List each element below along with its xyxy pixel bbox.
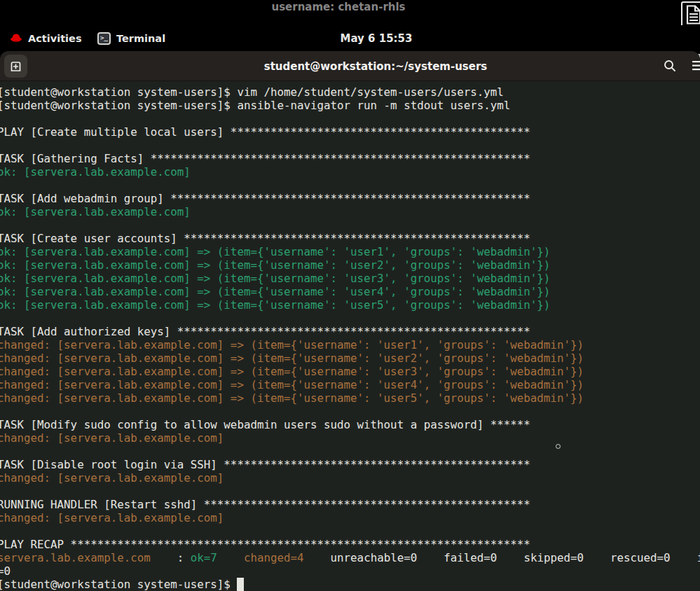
- terminal-line: ok: [servera.lab.example.com] => (item={…: [0, 285, 700, 298]
- focused-app-indicator[interactable]: >_ Terminal: [97, 25, 165, 51]
- hamburger-menu-button[interactable]: [692, 61, 700, 72]
- terminal-line: [0, 312, 700, 325]
- terminal-line: ok: [servera.lab.example.com] => (item={…: [0, 272, 700, 285]
- terminal-line: [0, 179, 700, 192]
- terminal-line: ok: [servera.lab.example.com] => (item={…: [0, 245, 700, 258]
- terminal-title: student@workstation:~/system-users: [264, 51, 488, 81]
- terminal-line: ok: [servera.lab.example.com] => (item={…: [0, 258, 700, 272]
- new-tab-icon: [9, 60, 22, 73]
- notes-button[interactable]: [681, 1, 700, 27]
- app-indicator-label: Terminal: [116, 33, 165, 44]
- terminal-line: [0, 112, 700, 125]
- terminal-line: [student@workstation system-users]$ vim …: [0, 85, 700, 99]
- terminal-line: [0, 218, 700, 232]
- lab-username-label: username: chetan-rhls: [271, 0, 405, 14]
- terminal-line: changed: [servera.lab.example.com] => (i…: [0, 365, 700, 378]
- terminal-line: changed: [servera.lab.example.com] => (i…: [0, 378, 700, 391]
- terminal-line: TASK [Disable root login via SSH] ******…: [0, 458, 700, 471]
- terminal-line: ok: [servera.lab.example.com] => (item={…: [0, 298, 700, 312]
- terminal-line: ok: [servera.lab.example.com]: [0, 205, 700, 218]
- terminal-line: [0, 524, 700, 538]
- terminal-line: servera.lab.example.com : ok=7 changed=4…: [0, 551, 700, 564]
- search-icon: [662, 58, 678, 74]
- terminal-output[interactable]: [student@workstation system-users]$ vim …: [0, 85, 700, 591]
- terminal-line: TASK [Modify sudo config to allow webadm…: [0, 418, 700, 431]
- terminal-headerbar: student@workstation:~/system-users: [0, 51, 700, 81]
- search-button[interactable]: [660, 57, 680, 76]
- activities-label: Activities: [28, 33, 82, 44]
- terminal-line: [student@workstation system-users]$: [0, 578, 700, 591]
- terminal-line: TASK [Add authorized keys] *************…: [0, 325, 700, 338]
- terminal-app-icon: >_: [97, 32, 111, 45]
- terminal-line: changed: [servera.lab.example.com] => (i…: [0, 391, 700, 405]
- document-icon: [686, 5, 700, 25]
- terminal-line: PLAY RECAP *****************************…: [0, 538, 700, 551]
- terminal-line: TASK [Create user accounts] ************…: [0, 232, 700, 245]
- lab-top-bar: username: chetan-rhls: [0, 0, 700, 25]
- terminal-line: [0, 139, 700, 152]
- redhat-logo-icon: [10, 33, 22, 43]
- terminal-line: [0, 485, 700, 498]
- terminal-line: ok: [servera.lab.example.com]: [0, 165, 700, 179]
- terminal-line: changed: [servera.lab.example.com]: [0, 511, 700, 524]
- terminal-line: changed: [servera.lab.example.com]: [0, 471, 700, 485]
- clock[interactable]: May 6 15:53: [341, 25, 413, 51]
- terminal-window: student@workstation:~/system-users [stud…: [0, 51, 700, 591]
- terminal-line: changed: [servera.lab.example.com]: [0, 431, 700, 445]
- new-tab-button[interactable]: [4, 55, 27, 78]
- desktop-screen: username: chetan-rhls Activities >_: [0, 0, 700, 591]
- terminal-line: =0: [0, 564, 700, 578]
- terminal-line: [0, 445, 700, 458]
- activities-button[interactable]: Activities: [10, 25, 82, 51]
- terminal-line: TASK [Gathering Facts] *****************…: [0, 152, 700, 165]
- terminal-line: changed: [servera.lab.example.com] => (i…: [0, 352, 700, 365]
- terminal-line: PLAY [Create multiple local users] *****…: [0, 125, 700, 139]
- terminal-line: [student@workstation system-users]$ ansi…: [0, 99, 700, 112]
- terminal-line: changed: [servera.lab.example.com] => (i…: [0, 338, 700, 352]
- terminal-line: [0, 405, 700, 418]
- terminal-line: RUNNING HANDLER [Restart sshd] *********…: [0, 498, 700, 511]
- mouse-pointer-dot: [556, 444, 561, 449]
- hamburger-menu-icon: [692, 61, 700, 71]
- gnome-top-bar: Activities >_ Terminal May 6 15:53: [0, 25, 700, 51]
- terminal-line: TASK [Add webadmin group] **************…: [0, 192, 700, 205]
